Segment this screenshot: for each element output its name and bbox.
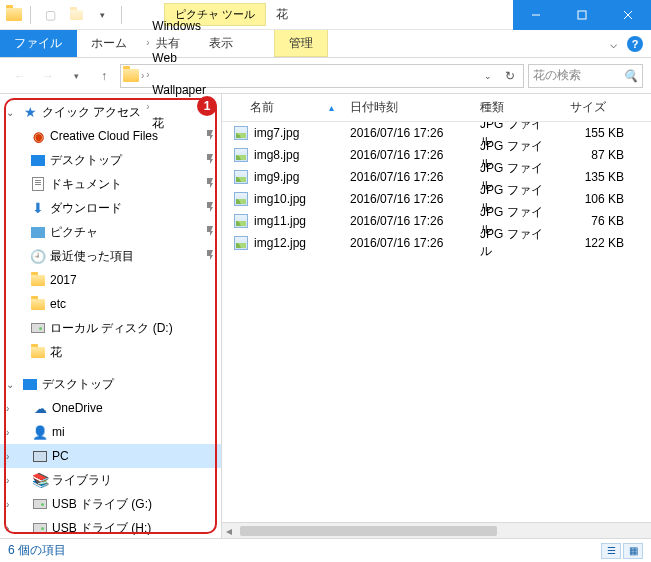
tree-item[interactable]: etc [0,292,221,316]
expand-icon[interactable]: › [6,475,18,486]
file-row[interactable]: img7.jpg2016/07/16 17:26JPG ファイル155 KB [222,122,651,144]
tree-item-label: Creative Cloud Files [50,129,201,143]
tree-item[interactable]: ›PC [0,444,221,468]
view-details-button[interactable]: ☰ [601,543,621,559]
file-date: 2016/07/16 17:26 [342,236,472,250]
column-headers[interactable]: 名前▴ 日付時刻 種類 サイズ [222,94,651,122]
file-date: 2016/07/16 17:26 [342,192,472,206]
maximize-button[interactable] [559,0,605,30]
breadcrumb-separator-icon: › [146,69,149,80]
expand-icon[interactable]: › [6,523,18,534]
image-file-icon [234,192,248,206]
tree-item[interactable]: ピクチャ [0,220,221,244]
file-row[interactable]: img12.jpg2016/07/16 17:26JPG ファイル122 KB [222,232,651,254]
back-button[interactable]: ← [8,64,32,88]
tree-item-label: ピクチャ [50,224,201,241]
tree-item[interactable]: ローカル ディスク (D:) [0,316,221,340]
help-icon[interactable]: ? [627,36,643,52]
breadcrumb-separator-icon: › [146,37,149,48]
file-list-area: 名前▴ 日付時刻 種類 サイズ img7.jpg2016/07/16 17:26… [222,94,651,538]
recent-locations-icon[interactable]: ▾ [64,64,88,88]
tree-item[interactable]: 2017 [0,268,221,292]
pc-icon [32,448,48,464]
tree-item[interactable]: ドキュメント [0,172,221,196]
recent-icon: 🕘 [30,248,46,264]
minimize-button[interactable] [513,0,559,30]
tree-item[interactable]: ›📚ライブラリ [0,468,221,492]
tree-item-label: etc [50,297,221,311]
up-button[interactable]: ↑ [92,64,116,88]
forward-button[interactable]: → [36,64,60,88]
drive-icon [32,496,48,512]
status-text: 6 個の項目 [8,542,66,559]
tree-item[interactable]: ⬇ダウンロード [0,196,221,220]
file-name: img11.jpg [254,214,306,228]
tree-item-label: 花 [50,344,221,361]
refresh-button[interactable]: ↻ [499,65,521,87]
expand-icon[interactable]: › [6,427,18,438]
breadcrumb-segment[interactable]: Windows [146,17,212,35]
file-row[interactable]: img10.jpg2016/07/16 17:26JPG ファイル106 KB [222,188,651,210]
scroll-left-icon[interactable]: ◂ [222,524,236,538]
tree-item-label: USB ドライブ (G:) [52,496,221,513]
pin-icon [205,130,221,142]
tree-item[interactable]: ›USB ドライブ (G:) [0,492,221,516]
tree-item-label: OneDrive [52,401,221,415]
folder-icon [30,344,46,360]
navbar: ← → ▾ ↑ › Windows›Web›Wallpaper›花 ⌄ ↻ 花の… [0,58,651,94]
close-button[interactable] [605,0,651,30]
breadcrumb-segment[interactable]: Web [146,49,212,67]
tree-item-label: デスクトップ [50,152,201,169]
tree-item-label: ダウンロード [50,200,201,217]
address-dropdown-icon[interactable]: ⌄ [477,65,499,87]
file-row[interactable]: img9.jpg2016/07/16 17:26JPG ファイル135 KB [222,166,651,188]
file-row[interactable]: img8.jpg2016/07/16 17:26JPG ファイル87 KB [222,144,651,166]
horizontal-scrollbar[interactable]: ◂ [222,522,651,538]
tab-file[interactable]: ファイル [0,30,77,57]
file-name: img9.jpg [254,170,299,184]
column-size[interactable]: サイズ [562,99,632,116]
expand-icon[interactable]: › [6,403,18,414]
tab-manage[interactable]: 管理 [274,30,328,57]
file-rows[interactable]: img7.jpg2016/07/16 17:26JPG ファイル155 KBim… [222,122,651,522]
qat-newfolder-icon[interactable] [65,4,87,26]
ribbon-expand-icon[interactable]: ⌵ [610,37,617,51]
expand-icon[interactable]: › [6,499,18,510]
column-name[interactable]: 名前▴ [222,99,342,116]
column-date[interactable]: 日付時刻 [342,99,472,116]
pin-icon [205,202,221,214]
pin-icon [205,178,221,190]
view-icons-button[interactable]: ▦ [623,543,643,559]
tree-desktop[interactable]: ⌄ デスクトップ [0,372,221,396]
document-icon [30,176,46,192]
annotation-badge: 1 [197,96,217,116]
qat-dropdown-icon[interactable]: ▾ [91,4,113,26]
window-title: 花 [266,6,288,23]
file-name: img12.jpg [254,236,306,250]
tree-item[interactable]: 花 [0,340,221,364]
tree-item[interactable]: デスクトップ [0,148,221,172]
column-type[interactable]: 種類 [472,99,562,116]
tab-home[interactable]: ホーム [77,30,142,57]
navigation-pane[interactable]: 1 ⌄ ★ クイック アクセス ◉Creative Cloud Filesデスク… [0,94,222,538]
tree-quick-access[interactable]: ⌄ ★ クイック アクセス [0,100,221,124]
search-input[interactable]: 花の検索 🔍 [528,64,643,88]
expand-icon[interactable]: › [6,451,18,462]
file-date: 2016/07/16 17:26 [342,148,472,162]
tree-item[interactable]: ◉Creative Cloud Files [0,124,221,148]
file-name: img10.jpg [254,192,306,206]
tree-item[interactable]: ›☁OneDrive [0,396,221,420]
tree-item[interactable]: ›USB ドライブ (H:) [0,516,221,538]
address-bar[interactable]: › Windows›Web›Wallpaper›花 ⌄ ↻ [120,64,524,88]
tree-item-label: ドキュメント [50,176,201,193]
file-type: JPG ファイル [472,226,562,260]
folder-icon [30,296,46,312]
tree-item[interactable]: 🕘最近使った項目 [0,244,221,268]
file-row[interactable]: img11.jpg2016/07/16 17:26JPG ファイル76 KB [222,210,651,232]
qat-properties-icon[interactable]: ▢ [39,4,61,26]
pin-icon [205,250,221,262]
file-size: 87 KB [562,148,632,162]
tree-item-label: mi [52,425,221,439]
tree-item[interactable]: ›👤mi [0,420,221,444]
titlebar: ▢ ▾ ピクチャ ツール 花 [0,0,651,30]
